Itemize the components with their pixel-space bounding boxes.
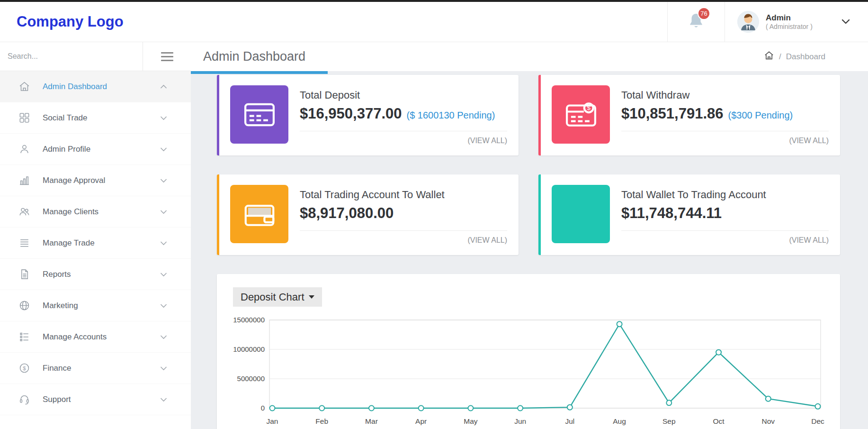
deposit-chart-card: Deposit Chart 050000001000000015000000Ja… (217, 274, 840, 429)
svg-text:Oct: Oct (713, 417, 725, 425)
card-amount: $11,748,744.11 (621, 205, 722, 222)
svg-text:5000000: 5000000 (237, 374, 265, 383)
wallet-icon (230, 185, 288, 243)
chevron-down-icon (160, 178, 167, 183)
deposit-line-chart: 050000001000000015000000JanFebMarAprMayJ… (217, 283, 840, 429)
card-title: Total Deposit (300, 89, 507, 101)
pending-link[interactable]: ($300 Pending) (728, 110, 793, 121)
sidebar-item-manage-accounts[interactable]: Manage Accounts (0, 321, 191, 353)
breadcrumb-current: Dashboard (786, 52, 825, 62)
sidebar-item-manage-approval[interactable]: Manage Approval (0, 165, 191, 196)
chevron-down-icon (160, 272, 167, 277)
search-input[interactable] (0, 42, 143, 71)
sidebar-item-support[interactable]: Support (0, 384, 191, 415)
sidebar-item-social-trade[interactable]: Social Trade (0, 102, 191, 134)
breadcrumb: / Dashboard (764, 50, 825, 63)
stat-card-trading-to-wallet: Total Trading Account To Wallet $8,917,0… (217, 174, 519, 255)
svg-text:Dec: Dec (811, 417, 824, 425)
user-menu[interactable]: Admin ( Administrator ) (725, 2, 868, 42)
home-icon (18, 81, 31, 93)
home-icon[interactable] (764, 50, 774, 63)
svg-text:15000000: 15000000 (233, 316, 265, 324)
document-icon (18, 268, 31, 281)
svg-text:Mar: Mar (365, 417, 378, 425)
breadcrumb-separator: / (779, 52, 781, 62)
square-icon (552, 185, 610, 243)
sidebar-item-label: Manage Clients (43, 207, 98, 217)
sidebar-nav: Admin Dashboard Social Trade Admin Profi… (0, 71, 191, 415)
sidebar-item-marketing[interactable]: Marketing (0, 290, 191, 321)
list-icon (18, 237, 31, 249)
chevron-down-icon (160, 241, 167, 246)
divider (300, 131, 507, 131)
users-icon (18, 206, 31, 218)
app-header: Company Logo 76 (0, 2, 868, 42)
svg-text:Jan: Jan (267, 417, 278, 425)
view-all-link[interactable]: (VIEW ALL) (467, 137, 507, 145)
divider (621, 230, 829, 231)
view-all-link[interactable]: (VIEW ALL) (789, 137, 829, 145)
sidebar-item-admin-dashboard[interactable]: Admin Dashboard (0, 71, 191, 102)
chevron-down-icon (160, 147, 167, 152)
view-all-link[interactable]: (VIEW ALL) (789, 236, 829, 245)
view-all-link[interactable]: (VIEW ALL) (467, 236, 507, 245)
notification-badge: 76 (698, 7, 710, 20)
credit-card-icon (230, 85, 288, 144)
chevron-up-icon (160, 84, 167, 89)
card-amount: $8,917,080.00 (300, 205, 394, 222)
stat-card-wallet-to-trading: Total Wallet To Trading Account $11,748,… (538, 174, 840, 255)
svg-text:Apr: Apr (415, 417, 427, 425)
stat-card-total-withdraw: $ Total Withdraw $10,851,791.86 ($300 Pe… (538, 75, 840, 155)
chevron-down-icon (841, 18, 850, 26)
globe-icon (18, 300, 31, 312)
sidebar-item-finance[interactable]: $ Finance (0, 353, 191, 384)
user-role: ( Administrator ) (766, 23, 813, 31)
svg-text:0: 0 (261, 404, 265, 412)
sidebar-item-manage-clients[interactable]: Manage Clients (0, 196, 191, 228)
active-tab-indicator (191, 71, 328, 74)
chevron-down-icon (160, 366, 167, 371)
svg-text:Jul: Jul (565, 417, 574, 425)
sidebar-item-label: Marketing (43, 301, 78, 310)
sidebar-item-label: Admin Dashboard (43, 82, 107, 91)
sidebar-item-label: Support (43, 395, 71, 404)
page-title: Admin Dashboard (203, 49, 305, 64)
hamburger-menu-icon[interactable] (143, 42, 191, 71)
svg-text:Feb: Feb (315, 417, 328, 425)
sidebar-item-label: Reports (43, 270, 71, 279)
layers-icon (18, 331, 31, 343)
svg-text:Sep: Sep (662, 417, 676, 425)
chevron-down-icon (160, 116, 167, 120)
svg-text:Nov: Nov (761, 417, 775, 425)
user-name: Admin (766, 13, 813, 23)
divider (300, 230, 507, 231)
chevron-down-icon (160, 335, 167, 339)
svg-text:Aug: Aug (613, 417, 626, 425)
divider (621, 131, 829, 131)
sidebar-item-label: Manage Approval (43, 176, 105, 185)
chevron-down-icon (160, 397, 167, 402)
notifications-button[interactable]: 76 (667, 2, 725, 42)
pending-link[interactable]: ($ 1600130 Pending) (407, 110, 495, 121)
chevron-down-icon (160, 303, 167, 308)
card-amount: $10,851,791.86 (621, 105, 724, 122)
company-logo: Company Logo (17, 13, 124, 30)
stat-card-total-deposit: Total Deposit $16,950,377.00 ($ 1600130 … (217, 75, 519, 155)
sidebar-item-label: Manage Trade (43, 238, 95, 248)
user-avatar (737, 11, 759, 33)
card-title: Total Trading Account To Wallet (300, 189, 507, 201)
sidebar-item-manage-trade[interactable]: Manage Trade (0, 228, 191, 259)
sidebar-item-reports[interactable]: Reports (0, 259, 191, 290)
sidebar-item-label: Admin Profile (43, 145, 90, 154)
search-box (0, 42, 143, 71)
dollar-icon: $ (18, 362, 31, 374)
grid-icon (18, 112, 31, 124)
bar-chart-icon (18, 174, 31, 187)
sidebar-item-admin-profile[interactable]: Admin Profile (0, 134, 191, 165)
card-title: Total Withdraw (621, 89, 829, 101)
credit-card-dollar-icon: $ (552, 85, 610, 144)
svg-text:$: $ (587, 104, 591, 111)
page-title-bar: Admin Dashboard / Dashboard (191, 42, 868, 71)
svg-text:10000000: 10000000 (233, 345, 265, 353)
sidebar-item-label: Manage Accounts (43, 332, 107, 342)
